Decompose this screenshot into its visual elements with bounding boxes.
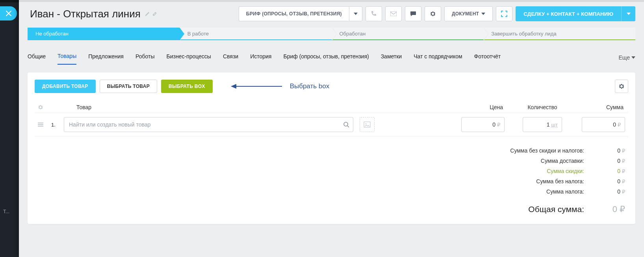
- image-icon: [364, 121, 371, 128]
- document-label: ДОКУМЕНТ: [452, 11, 479, 17]
- link-icon[interactable]: [152, 11, 157, 17]
- tab-history[interactable]: История: [250, 51, 271, 64]
- total-line: Сумма без скидки и налогов: 0 ₽: [35, 147, 625, 154]
- app-sidebar-strip: Т...: [0, 0, 19, 257]
- panel-header: Иван - Открытая линия БРИФ (ОПРОСЫ, ОТЗЫ…: [19, 0, 644, 25]
- chat-button[interactable]: [405, 6, 421, 21]
- caret-down-icon: [354, 13, 358, 15]
- stage-item[interactable]: Обработан: [332, 28, 484, 40]
- settings-button[interactable]: [425, 6, 441, 21]
- products-panel: ДОБАВИТЬ ТОВАР ВЫБРАТЬ ТОВАР ВЫБРАТЬ BOX…: [28, 73, 635, 224]
- gear-icon: [430, 11, 436, 17]
- svg-marker-2: [231, 84, 236, 89]
- sidebar-hint: Т...: [3, 209, 9, 214]
- stage-item[interactable]: В работе: [180, 28, 332, 40]
- image-placeholder[interactable]: [360, 117, 375, 132]
- create-deal-label: СДЕЛКУ + КОНТАКТ + КОМПАНИЮ: [523, 11, 613, 17]
- caret-down-icon: [627, 13, 631, 15]
- tab-bar: Общие Товары Предложения Роботы Бизнес-п…: [28, 50, 635, 65]
- tab-robots[interactable]: Роботы: [135, 51, 154, 64]
- svg-rect-0: [390, 11, 397, 16]
- tab-offers[interactable]: Предложения: [88, 51, 124, 64]
- svg-point-6: [366, 123, 367, 125]
- col-price: Цена: [452, 104, 503, 110]
- create-deal-split[interactable]: [621, 6, 635, 21]
- chat-icon: [410, 11, 416, 17]
- total-line: Сумма налога: 0 ₽: [35, 188, 625, 195]
- pencil-icon[interactable]: [145, 11, 150, 17]
- gear-icon[interactable]: [38, 104, 43, 110]
- total-line: Сумма доставки: 0 ₽: [35, 158, 625, 164]
- tab-notes[interactable]: Заметки: [381, 51, 402, 64]
- brief-label: БРИФ (ОПРОСЫ, ОТЗЫВ, ПРЕТЕНЗИЯ): [246, 11, 342, 17]
- brief-dropdown[interactable]: БРИФ (ОПРОСЫ, ОТЗЫВ, ПРЕТЕНЗИЯ): [239, 6, 362, 21]
- table-row: 1. 0 ₽ 1 шт 0 ₽: [35, 113, 628, 136]
- arrow-left-icon: [231, 83, 282, 89]
- expand-icon: [501, 10, 508, 17]
- tab-photo[interactable]: Фотоотчёт: [474, 51, 501, 64]
- phone-icon: [371, 11, 377, 17]
- annotation-label: Выбрать box: [290, 82, 330, 90]
- tab-products[interactable]: Товары: [58, 50, 76, 65]
- panel-settings-button[interactable]: [615, 80, 628, 93]
- document-dropdown[interactable]: ДОКУМЕНТ: [444, 6, 493, 21]
- tab-brief[interactable]: Бриф (опросы, отзыв, претензия): [283, 51, 369, 64]
- sum-input[interactable]: 0 ₽: [582, 117, 625, 132]
- grand-total: Общая сумма: 0 ₽: [35, 204, 625, 214]
- chevron-down-icon: [631, 56, 635, 59]
- price-input[interactable]: 0 ₽: [461, 117, 505, 132]
- row-index: 1.: [51, 122, 60, 128]
- tab-bp[interactable]: Бизнес-процессы: [166, 51, 211, 64]
- svg-line-4: [347, 126, 349, 127]
- expand-button[interactable]: [496, 6, 512, 21]
- close-icon: [6, 11, 11, 16]
- table-header: Товар Цена Количество Сумма: [35, 102, 628, 113]
- create-deal-button[interactable]: СДЕЛКУ + КОНТАКТ + КОМПАНИЮ: [516, 6, 621, 21]
- phone-button[interactable]: [366, 6, 382, 21]
- close-panel-button[interactable]: [0, 6, 17, 20]
- stage-bar: Не обработан В работе Обработан Завершит…: [28, 28, 635, 40]
- tab-links[interactable]: Связи: [223, 51, 238, 64]
- col-product: Товар: [76, 104, 452, 110]
- tab-more[interactable]: Еще: [619, 54, 636, 61]
- mail-icon: [390, 11, 397, 16]
- title-text: Иван - Открытая линия: [30, 8, 141, 20]
- mail-button[interactable]: [385, 6, 402, 21]
- select-product-button[interactable]: ВЫБРАТЬ ТОВАР: [100, 80, 157, 93]
- add-product-button[interactable]: ДОБАВИТЬ ТОВАР: [35, 80, 96, 93]
- product-actions: ДОБАВИТЬ ТОВАР ВЫБРАТЬ ТОВАР ВЫБРАТЬ BOX…: [35, 80, 628, 93]
- lead-detail-panel: Иван - Открытая линия БРИФ (ОПРОСЫ, ОТЗЫ…: [19, 0, 644, 257]
- select-box-button[interactable]: ВЫБРАТЬ BOX: [161, 80, 213, 93]
- page-title: Иван - Открытая линия: [30, 8, 157, 20]
- qty-input[interactable]: 1 шт: [523, 117, 562, 132]
- col-sum: Сумма: [566, 104, 625, 110]
- product-search-input[interactable]: [64, 117, 353, 132]
- chevron-down-icon: [481, 13, 485, 15]
- col-qty: Количество: [503, 104, 566, 110]
- gear-icon: [618, 83, 625, 89]
- search-icon[interactable]: [343, 121, 349, 128]
- tab-general[interactable]: Общие: [28, 51, 46, 64]
- totals-block: Сумма без скидки и налогов: 0 ₽ Сумма до…: [35, 147, 628, 214]
- stage-item[interactable]: Завершить обработку лида: [483, 28, 635, 40]
- annotation: Выбрать box: [231, 82, 330, 90]
- svg-point-3: [344, 122, 348, 126]
- total-line-discount: Сумма скидки: 0 ₽: [35, 168, 625, 174]
- tab-chat[interactable]: Чат с подрядчиком: [414, 51, 462, 64]
- total-line: Сумма без налога: 0 ₽: [35, 178, 625, 184]
- drag-handle-icon[interactable]: [38, 123, 47, 127]
- stage-item[interactable]: Не обработан: [28, 28, 180, 40]
